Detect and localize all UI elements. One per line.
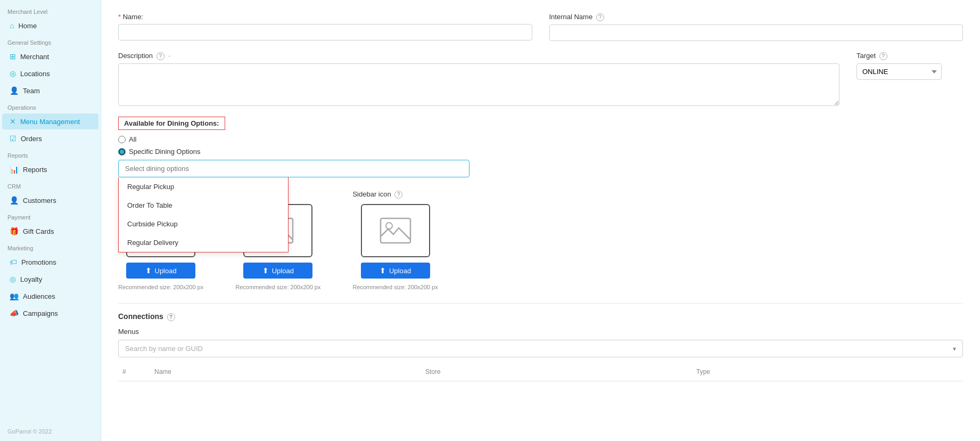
menu-icon: ✕ bbox=[10, 117, 16, 126]
home-label: Home bbox=[18, 22, 37, 30]
connections-label-text: Connections bbox=[118, 312, 163, 321]
divider bbox=[118, 303, 963, 304]
search-menus-dropdown[interactable]: Search by name or GUID ▾ bbox=[118, 340, 963, 357]
dining-option-regular-delivery[interactable]: Regular Delivery bbox=[119, 233, 288, 252]
team-icon: 👤 bbox=[10, 86, 19, 95]
dining-dropdown-wrapper: Regular Pickup Order To Table Curbside P… bbox=[118, 160, 963, 177]
sidebar-icon-label-text: Sidebar icon bbox=[352, 190, 391, 198]
sidebar-upload-label: Upload bbox=[389, 267, 411, 275]
gift-cards-label: Gift Cards bbox=[23, 227, 54, 235]
internal-name-label-text: Internal Name bbox=[549, 13, 593, 21]
gift-cards-icon: 🎁 bbox=[10, 227, 19, 235]
sidebar-item-reports[interactable]: 📊 Reports bbox=[2, 161, 98, 177]
sidebar-item-gift-cards[interactable]: 🎁 Gift Cards bbox=[2, 223, 98, 239]
internal-name-label: Internal Name ? bbox=[549, 13, 963, 21]
sidebar-item-team[interactable]: 👤 Team bbox=[2, 83, 98, 99]
sidebar-icon-label: Sidebar icon ? bbox=[352, 190, 402, 199]
description-row: Description ? · Target ? ONLINE KIOSK BO… bbox=[118, 52, 963, 106]
connections-section: Connections ? Menus Search by name or GU… bbox=[118, 312, 963, 381]
table-col-name: Name bbox=[150, 368, 421, 375]
sidebar-item-audiences[interactable]: 👥 Audiences bbox=[2, 288, 98, 304]
internal-name-help-icon[interactable]: ? bbox=[596, 13, 604, 21]
dining-option-curbside-pickup[interactable]: Curbside Pickup bbox=[119, 215, 288, 233]
customers-icon: 👤 bbox=[10, 196, 19, 205]
name-input[interactable] bbox=[118, 24, 532, 40]
sidebar-item-customers[interactable]: 👤 Customers bbox=[2, 192, 98, 208]
loyalty-icon: ◎ bbox=[10, 275, 16, 283]
orders-icon: ☑ bbox=[10, 134, 17, 143]
radio-all[interactable] bbox=[118, 136, 126, 143]
internal-name-group: Internal Name ? bbox=[549, 13, 963, 41]
sidebar-upload-button[interactable]: ⬆ Upload bbox=[361, 263, 430, 279]
sidebar-item-campaigns[interactable]: 📣 Campaigns bbox=[2, 305, 98, 321]
marketing-label: Marketing bbox=[0, 240, 101, 254]
operations-label: Operations bbox=[0, 99, 101, 113]
internal-name-input[interactable] bbox=[549, 24, 963, 41]
menu-management-label: Menu Management bbox=[20, 118, 80, 126]
sidebar-item-promotions[interactable]: 🏷 Promotions bbox=[2, 254, 98, 270]
table-col-store: Store bbox=[421, 368, 692, 375]
table-col-type: Type bbox=[692, 368, 963, 375]
table-header: # Name Store Type bbox=[118, 363, 963, 381]
customers-label: Customers bbox=[23, 197, 56, 205]
unselected-upload-button[interactable]: ⬆ Upload bbox=[126, 263, 195, 279]
dining-options-label: Available for Dining Options: bbox=[118, 117, 225, 130]
dining-option-regular-pickup[interactable]: Regular Pickup bbox=[119, 177, 288, 196]
merchant-icon: ⊞ bbox=[10, 52, 16, 61]
name-group: * Name: bbox=[118, 13, 532, 41]
target-select[interactable]: ONLINE KIOSK BOTH bbox=[857, 63, 942, 80]
home-icon: ⌂ bbox=[10, 21, 14, 30]
description-help-icon[interactable]: ? bbox=[157, 52, 164, 60]
radio-all-group: All bbox=[118, 135, 963, 143]
name-label: * Name: bbox=[118, 13, 532, 21]
unselected-rec-size: Recommended size: 200x200 px bbox=[118, 284, 203, 290]
radio-specific[interactable] bbox=[118, 148, 126, 156]
team-label: Team bbox=[23, 87, 40, 95]
loyalty-label: Loyalty bbox=[20, 275, 42, 283]
sidebar-item-home[interactable]: ⌂ Home bbox=[2, 18, 98, 34]
payment-label: Payment bbox=[0, 209, 101, 223]
promotions-icon: 🏷 bbox=[10, 258, 17, 266]
dining-options-section: Available for Dining Options: All Specif… bbox=[118, 117, 963, 177]
dropdown-chevron-icon: ▾ bbox=[953, 345, 956, 353]
search-menus-placeholder: Search by name or GUID bbox=[125, 345, 203, 353]
reports-icon: 📊 bbox=[10, 165, 19, 174]
hover-upload-button[interactable]: ⬆ Upload bbox=[243, 263, 312, 279]
sidebar-upload-arrow-icon: ⬆ bbox=[380, 266, 386, 275]
description-label: Description ? · bbox=[118, 52, 839, 60]
campaigns-label: Campaigns bbox=[23, 309, 58, 317]
locations-label: Locations bbox=[20, 70, 50, 78]
merchant-label: Merchant bbox=[20, 53, 49, 61]
sidebar-item-orders[interactable]: ☑ Orders bbox=[2, 130, 98, 146]
dining-options-list: Regular Pickup Order To Table Curbside P… bbox=[118, 177, 289, 252]
description-textarea[interactable] bbox=[118, 63, 839, 106]
sidebar-item-locations[interactable]: ◎ Locations bbox=[2, 66, 98, 81]
description-group: Description ? · bbox=[118, 52, 839, 106]
sidebar-icon-help-icon[interactable]: ? bbox=[394, 191, 402, 199]
description-dot: · bbox=[168, 52, 170, 60]
required-star: * bbox=[118, 13, 121, 21]
connections-title: Connections ? bbox=[118, 312, 963, 321]
sidebar: Merchant Level ⌂ Home General Settings ⊞… bbox=[0, 0, 101, 441]
radio-all-label[interactable]: All bbox=[129, 135, 136, 143]
upload-arrow-icon: ⬆ bbox=[145, 266, 152, 275]
crm-label: CRM bbox=[0, 178, 101, 192]
sidebar-item-loyalty[interactable]: ◎ Loyalty bbox=[2, 271, 98, 287]
sidebar-icon-group: Sidebar icon ? ⬆ Upload Recommended size… bbox=[352, 190, 438, 290]
audiences-icon: 👥 bbox=[10, 292, 19, 300]
dining-option-order-to-table[interactable]: Order To Table bbox=[119, 196, 288, 215]
general-settings-label: General Settings bbox=[0, 34, 101, 48]
sidebar-rec-size: Recommended size: 200x200 px bbox=[352, 284, 438, 290]
connections-help-icon[interactable]: ? bbox=[167, 313, 175, 321]
target-help-icon[interactable]: ? bbox=[879, 52, 887, 60]
sidebar-item-merchant[interactable]: ⊞ Merchant bbox=[2, 48, 98, 64]
sidebar-icon-placeholder bbox=[361, 204, 430, 257]
sidebar-item-menu-management[interactable]: ✕ Menu Management bbox=[2, 113, 98, 129]
hover-upload-label: Upload bbox=[272, 267, 294, 275]
radio-specific-label[interactable]: Specific Dining Options bbox=[129, 148, 200, 156]
dining-options-input[interactable] bbox=[118, 160, 470, 177]
location-icon: ◎ bbox=[10, 69, 16, 78]
hover-upload-arrow-icon: ⬆ bbox=[262, 266, 269, 275]
svg-point-5 bbox=[386, 223, 392, 229]
audiences-label: Audiences bbox=[23, 292, 55, 300]
